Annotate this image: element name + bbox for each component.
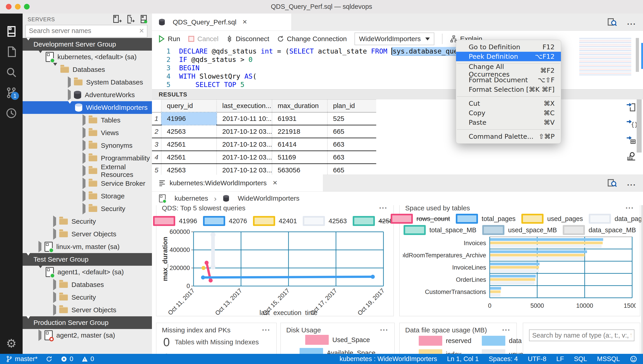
space-widget-menu-icon[interactable]: ... [625, 205, 634, 210]
panel-preview-icon[interactable] [607, 178, 617, 188]
server-group-production-server-group[interactable]: Production Server Group [23, 316, 152, 329]
column-header-query_id[interactable]: query_id [161, 100, 217, 112]
missing-index-menu-icon[interactable]: ... [262, 324, 270, 332]
tree-item-adventureworks[interactable]: AdventureWorks [23, 88, 152, 101]
database-dropdown[interactable]: WideWorldImporters [354, 32, 434, 45]
legend-item-data_pages[interactable]: data_pages [589, 214, 643, 224]
legend-item-rows_count[interactable]: rows_count [391, 214, 450, 224]
settings-gear-icon[interactable]: ⚙ [0, 337, 23, 350]
twistie-collapsed-icon[interactable] [83, 142, 86, 149]
twistie-collapsed-icon[interactable] [39, 332, 41, 339]
tree-item-wideworldimporters[interactable]: WideWorldImporters [23, 101, 152, 114]
menu-item-change-all-occurrences[interactable]: Change All Occurrences⌘F2 [456, 66, 561, 75]
grid-cell[interactable]: 2017-10-12 03... [217, 164, 272, 175]
twistie-collapsed-icon[interactable] [68, 78, 71, 86]
grid-cell[interactable]: 663 [327, 151, 376, 164]
editor-tab[interactable]: QDS_Query_Perf.sql ✕ [152, 14, 291, 30]
tree-item-server-objects[interactable]: Server Objects [23, 304, 152, 316]
legend-item-used_pages[interactable]: used_pages [521, 214, 583, 224]
status-right-item[interactable]: UTF-8 [528, 355, 546, 363]
menu-item-format-document[interactable]: Format Document⌥⇧F [456, 75, 561, 85]
results-scrollbar[interactable] [637, 100, 642, 152]
status-right-item[interactable]: Ln 1, Col 1 [447, 355, 479, 363]
tree-item-service-broker[interactable]: Service Broker [23, 177, 152, 190]
grid-cell[interactable]: 663 [327, 138, 376, 151]
twistie-expanded-icon[interactable] [68, 104, 72, 112]
tree-item-linux-vm-master-sa-[interactable]: linux-vm, master (sa) [23, 240, 152, 253]
grid-cell[interactable]: 2017-10-11 10:... [217, 112, 272, 125]
tree-item-security[interactable]: Security [23, 202, 152, 215]
server-search-input[interactable] [29, 26, 136, 36]
twistie-expanded-icon[interactable] [39, 268, 43, 276]
grid-cell[interactable]: 2017-10-12 03... [217, 125, 272, 138]
menu-item-cut[interactable]: Cut⌘X [456, 99, 561, 108]
grid-cell[interactable]: 51169 [272, 151, 327, 164]
twistie-collapsed-icon[interactable] [83, 116, 86, 124]
qds-widget-menu-icon[interactable]: ... [379, 205, 387, 210]
grid-cell[interactable]: 41996 [161, 112, 217, 125]
tree-item-synonyms[interactable]: Synonyms [23, 139, 152, 152]
panel-more-actions-icon[interactable]: ... [627, 180, 636, 185]
menu-item-go-to-definition[interactable]: Go to DefinitionF12 [456, 42, 561, 52]
tree-item-system-databases[interactable]: System Databases [23, 76, 152, 88]
twistie-collapsed-icon[interactable] [53, 306, 56, 314]
menu-item-command-palette-[interactable]: Command Palette...⇧⌘P [456, 132, 561, 141]
new-server-group-icon[interactable] [126, 14, 135, 24]
close-tab-icon[interactable]: ✕ [242, 18, 247, 26]
twistie-expanded-icon[interactable] [53, 66, 57, 74]
active-connections-icon[interactable] [139, 14, 149, 24]
explorer-icon[interactable] [0, 43, 23, 60]
tree-item-external-resources[interactable]: External Resources [23, 164, 152, 177]
more-actions-icon[interactable]: ... [627, 20, 636, 24]
save-as-json-icon[interactable]: {} [626, 118, 636, 129]
tree-item-databases[interactable]: Databases [23, 278, 152, 291]
grid-cell[interactable]: 42563 [161, 164, 217, 175]
legend-item-total_pages[interactable]: total_pages [456, 214, 515, 224]
server-group-development-server-group[interactable]: Development Server Group [23, 38, 152, 50]
status-right-item[interactable]: kubernetes : WideWorldImporters [340, 355, 437, 363]
cancel-button[interactable]: Cancel [188, 35, 218, 43]
legend-item-total_space_MB[interactable]: total_space_MB [404, 225, 476, 235]
menu-item-paste[interactable]: Paste⌘V [456, 118, 561, 127]
twistie-collapsed-icon[interactable] [83, 129, 86, 137]
twistie-collapsed-icon[interactable] [83, 180, 86, 187]
tree-item-agent2-master-sa-[interactable]: agent2, master (sa) [23, 329, 152, 342]
change-connection-button[interactable]: Change Connection [277, 35, 347, 43]
editor-scrollbar[interactable] [636, 38, 639, 72]
server-group-test-server-group[interactable]: Test Server Group [23, 253, 152, 266]
clear-search-icon[interactable]: ✕ [139, 27, 144, 34]
datafile-menu-icon[interactable]: ... [502, 324, 510, 332]
legend-item-42401[interactable]: 42401 [253, 216, 297, 226]
legend-item-data_space_MB[interactable]: data_space_MB [563, 225, 636, 235]
legend-item-42583[interactable]: 42583 [353, 216, 397, 226]
status-warning[interactable]: 0 [81, 355, 94, 363]
grid-cell[interactable]: 2017-10-12 03... [217, 151, 272, 164]
disk-legend-item[interactable]: Used_Space [305, 335, 370, 345]
tree-item-databases[interactable]: Databases [23, 63, 152, 76]
twistie-expanded-icon[interactable] [26, 40, 30, 48]
save-as-excel-icon[interactable] [626, 135, 636, 145]
dashboard-scrollbar[interactable] [641, 205, 643, 354]
grid-cell[interactable]: 563056 [272, 164, 327, 175]
legend-item-used_space_MB[interactable]: used_space_MB [482, 225, 557, 235]
twistie-collapsed-icon[interactable] [83, 192, 86, 200]
twistie-collapsed-icon[interactable] [39, 243, 41, 250]
twistie-expanded-icon[interactable] [26, 319, 30, 326]
feedback-smiley-icon[interactable] [630, 356, 637, 363]
grid-cell[interactable]: 42563 [161, 125, 217, 138]
code-editor[interactable]: 1DECLARE @qds_status int = (SELECT actua… [152, 47, 643, 89]
twistie-collapsed-icon[interactable] [83, 205, 86, 212]
breadcrumb-item[interactable]: kubernetes [175, 194, 208, 202]
twistie-collapsed-icon[interactable] [83, 154, 86, 162]
column-header-max_duration[interactable]: max_duration [272, 100, 327, 112]
grid-cell[interactable]: 665 [327, 164, 376, 175]
legend-item-42076[interactable]: 42076 [203, 216, 247, 226]
grid-cell[interactable]: 2017-10-12 03... [217, 138, 272, 151]
grid-cell[interactable]: 42561 [161, 138, 217, 151]
status-error[interactable]: 0 [61, 355, 73, 363]
column-header-last_execution[interactable]: last_execution... [217, 100, 272, 112]
status-right-item[interactable]: SQL [574, 355, 587, 363]
tree-item-storage[interactable]: Storage [23, 190, 152, 202]
run-button[interactable]: Run [158, 35, 180, 43]
twistie-collapsed-icon[interactable] [68, 91, 71, 99]
